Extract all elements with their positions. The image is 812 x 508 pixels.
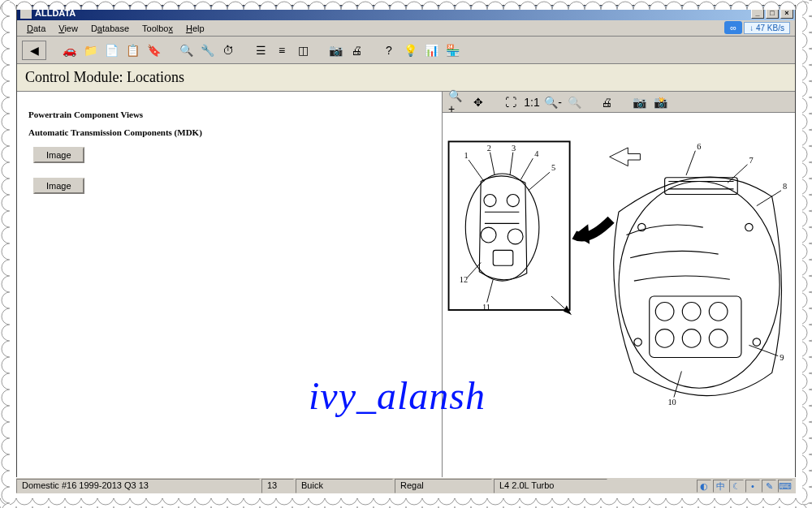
svg-point-23: [655, 303, 674, 321]
tool-bulb-icon[interactable]: 💡: [400, 41, 420, 60]
svg-point-5: [465, 174, 539, 281]
speed-indicator: ∞ ↓ 47 KB/s: [724, 21, 790, 34]
callout-5: 5: [551, 163, 555, 172]
callout-9: 9: [780, 353, 784, 362]
tool-doc-icon[interactable]: 📄: [102, 41, 121, 60]
svg-point-9: [508, 229, 523, 244]
svg-point-7: [507, 195, 519, 207]
tool-search-icon[interactable]: 🔍: [176, 41, 196, 60]
callout-4: 4: [534, 149, 539, 158]
svg-point-32: [753, 338, 760, 346]
statusbar: Domestic #16 1999-2013 Q3 13 13 Buick Re…: [16, 477, 796, 493]
heading-powertrain: Powertrain Component Views: [28, 110, 430, 119]
left-pane: Powertrain Component Views Automatic Tra…: [17, 92, 443, 480]
image-button-2[interactable]: Image: [33, 178, 84, 194]
zoom-reset-icon[interactable]: 🔍: [564, 93, 584, 112]
tool-split-icon[interactable]: ◫: [293, 41, 313, 60]
svg-line-36: [757, 191, 781, 206]
tool-parts-icon[interactable]: 🔧: [197, 41, 217, 60]
svg-rect-22: [650, 296, 741, 357]
status-icon-2[interactable]: 中: [713, 480, 728, 493]
tool-tree-icon[interactable]: ☰: [251, 41, 270, 60]
tool-print-icon[interactable]: 🖨: [347, 41, 366, 60]
tool-shop-icon[interactable]: 🏪: [443, 41, 462, 60]
pan-icon[interactable]: ✥: [469, 93, 488, 112]
status-icon-6[interactable]: ⌨: [778, 480, 793, 493]
minimize-button[interactable]: _: [751, 7, 764, 19]
speed-arrow: ↓: [749, 24, 754, 32]
svg-point-8: [481, 227, 496, 243]
callout-3: 3: [512, 144, 516, 153]
status-icon-4[interactable]: •: [745, 480, 760, 493]
callout-7: 7: [749, 156, 753, 165]
main-toolbar: ◀ 🚗 📁 📄 📋 🔖 🔍 🔧 ⏱ ☰ ≡ ◫ 📷 🖨 ? 💡 📊 🏪: [17, 37, 795, 64]
menubar: Data View Database Toolbox Help ∞ ↓ 47 K…: [17, 20, 795, 37]
tool-notes-icon[interactable]: 📋: [123, 41, 142, 60]
svg-line-34: [686, 151, 695, 175]
status-year: 13: [261, 479, 294, 493]
svg-rect-1: [0, 498, 812, 508]
svg-line-11: [469, 160, 484, 181]
svg-line-16: [487, 279, 494, 302]
content-area: Powertrain Component Views Automatic Tra…: [17, 92, 795, 480]
svg-line-14: [520, 158, 533, 179]
close-button[interactable]: ×: [780, 7, 793, 19]
status-icon-5[interactable]: ✎: [762, 480, 776, 493]
status-domestic: Domestic #16 1999-2013 Q3 13: [16, 479, 260, 493]
svg-line-15: [529, 172, 550, 191]
tool-list-icon[interactable]: ≡: [272, 41, 292, 60]
svg-rect-2: [0, 0, 10, 508]
maximize-button[interactable]: □: [766, 7, 779, 19]
svg-point-24: [682, 303, 701, 321]
callout-2: 2: [487, 144, 491, 153]
svg-rect-10: [493, 250, 513, 265]
status-icon-3[interactable]: ☾: [729, 480, 744, 493]
link-icon: ∞: [724, 21, 742, 34]
svg-point-31: [634, 338, 641, 346]
heading-transmission: Automatic Transmission Components (MDK): [28, 127, 430, 137]
zoom-in-icon[interactable]: 🔍+: [447, 93, 467, 112]
tool-bookmark-icon[interactable]: 🔖: [144, 41, 163, 60]
callout-1: 1: [464, 151, 468, 160]
print-image-icon[interactable]: 🖨: [597, 93, 616, 112]
watermark-text: ivy_alansh: [309, 373, 486, 418]
menu-help[interactable]: Help: [179, 22, 211, 35]
status-icon-1[interactable]: ◐: [697, 480, 711, 493]
svg-line-38: [674, 371, 681, 397]
speed-label: 47 KB/s: [756, 24, 784, 32]
menu-data[interactable]: Data: [20, 22, 52, 35]
tool-help-icon[interactable]: ?: [379, 41, 399, 60]
page-title: Control Module: Locations: [17, 64, 795, 92]
tool-vehicle-icon[interactable]: 🚗: [59, 41, 79, 60]
zoom-actual-icon[interactable]: 1:1: [522, 93, 542, 112]
camera2-icon[interactable]: 📸: [650, 93, 670, 112]
callout-6: 6: [697, 142, 701, 151]
callout-10: 10: [667, 398, 676, 407]
callout-12: 12: [460, 275, 468, 284]
svg-marker-33: [610, 148, 641, 166]
tool-camera-icon[interactable]: 📷: [326, 41, 345, 60]
tool-labor-icon[interactable]: ⏱: [218, 41, 238, 60]
image-button-1[interactable]: Image: [33, 147, 84, 163]
window-title: ALLDATA: [35, 8, 76, 18]
right-pane: 🔍+ ✥ ⛶ 1:1 🔍- 🔍 🖨 📷 📸: [443, 92, 795, 480]
menu-database[interactable]: Database: [84, 22, 136, 35]
menu-toolbox[interactable]: Toolbox: [136, 22, 179, 35]
snapshot-icon[interactable]: 📷: [629, 93, 649, 112]
svg-point-30: [745, 223, 753, 230]
diagram-viewport[interactable]: 1 2 3 4 5 11 12: [443, 113, 795, 480]
menu-view[interactable]: View: [52, 22, 84, 35]
status-model: Regal: [395, 479, 492, 493]
tool-estimate-icon[interactable]: 📊: [421, 41, 441, 60]
callout-11: 11: [482, 303, 490, 312]
back-button[interactable]: ◀: [22, 41, 46, 60]
svg-point-27: [682, 329, 701, 348]
svg-point-26: [655, 329, 674, 348]
svg-line-17: [467, 262, 481, 278]
app-window: ALLDATA _ □ × Data View Database Toolbox…: [16, 5, 796, 493]
status-make: Buick: [296, 479, 393, 493]
zoom-out-icon[interactable]: 🔍-: [543, 93, 563, 112]
svg-point-28: [709, 329, 728, 348]
zoom-fit-icon[interactable]: ⛶: [501, 93, 520, 112]
tool-folder-icon[interactable]: 📁: [80, 41, 100, 60]
